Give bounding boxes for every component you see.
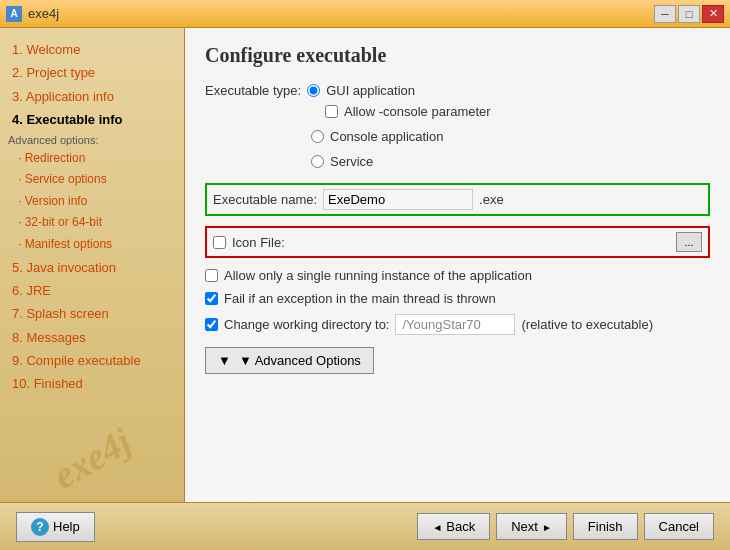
working-dir-input[interactable] — [395, 314, 515, 335]
advanced-options-label: Advanced options: — [8, 134, 176, 146]
sidebar-item-java-invocation[interactable]: 5. Java invocation — [8, 256, 176, 279]
back-arrow-icon — [432, 519, 442, 534]
close-button[interactable]: ✕ — [702, 5, 724, 23]
exe-type-row: Executable type: GUI application — [205, 83, 710, 98]
service-radio-row: Service — [205, 154, 710, 169]
advanced-options-label: ▼ Advanced Options — [239, 353, 361, 368]
content-area: Configure executable Executable type: GU… — [185, 28, 730, 502]
single-instance-checkbox[interactable] — [205, 269, 218, 282]
sidebar-sub-redirection[interactable]: · Redirection — [8, 148, 176, 170]
working-dir-label: Change working directory to: — [224, 317, 389, 332]
exe-name-input[interactable] — [323, 189, 473, 210]
sidebar-item-project-type[interactable]: 2. Project type — [8, 61, 176, 84]
minimize-button[interactable]: ─ — [654, 5, 676, 23]
next-button[interactable]: Next — [496, 513, 567, 540]
console-radio[interactable] — [311, 130, 324, 143]
fail-exception-row: Fail if an exception in the main thread … — [205, 291, 710, 306]
sidebar-item-jre[interactable]: 6. JRE — [8, 279, 176, 302]
finish-label: Finish — [588, 519, 623, 534]
help-button[interactable]: ? Help — [16, 512, 95, 542]
main-layout: 1. Welcome 2. Project type 3. Applicatio… — [0, 28, 730, 502]
app-icon: A — [6, 6, 22, 22]
next-arrow-icon — [542, 519, 552, 534]
exe-name-box: Executable name: .exe — [205, 183, 710, 216]
sidebar-item-compile-executable[interactable]: 9. Compile executable — [8, 349, 176, 372]
sidebar-item-application-info[interactable]: 3. Application info — [8, 85, 176, 108]
allow-console-checkbox[interactable] — [325, 105, 338, 118]
sidebar-item-messages[interactable]: 8. Messages — [8, 326, 176, 349]
maximize-button[interactable]: □ — [678, 5, 700, 23]
fail-exception-label: Fail if an exception in the main thread … — [224, 291, 496, 306]
single-instance-label: Allow only a single running instance of … — [224, 268, 532, 283]
bottom-right: Back Next Finish Cancel — [417, 513, 714, 540]
allow-console-label: Allow -console parameter — [344, 104, 491, 119]
finish-button[interactable]: Finish — [573, 513, 638, 540]
back-label: Back — [446, 519, 475, 534]
sidebar-sub-service-options[interactable]: · Service options — [8, 169, 176, 191]
back-button[interactable]: Back — [417, 513, 490, 540]
service-radio[interactable] — [311, 155, 324, 168]
help-label: Help — [53, 519, 80, 534]
sidebar-watermark: exe4j — [8, 397, 175, 502]
cancel-label: Cancel — [659, 519, 699, 534]
sidebar-item-finished[interactable]: 10. Finished — [8, 372, 176, 395]
console-radio-row: Console application — [205, 129, 710, 144]
window-controls: ─ □ ✕ — [654, 5, 724, 23]
sidebar-sub-manifest-options[interactable]: · Manifest options — [8, 234, 176, 256]
fail-exception-checkbox[interactable] — [205, 292, 218, 305]
bottom-left: ? Help — [16, 512, 95, 542]
sidebar-item-welcome[interactable]: 1. Welcome — [8, 38, 176, 61]
working-dir-checkbox[interactable] — [205, 318, 218, 331]
title-bar-left: A exe4j — [6, 6, 59, 22]
service-radio-label: Service — [330, 154, 373, 169]
relative-label: (relative to executable) — [521, 317, 653, 332]
icon-file-checkbox[interactable] — [213, 236, 226, 249]
sidebar: 1. Welcome 2. Project type 3. Applicatio… — [0, 28, 185, 502]
sidebar-sub-version-info[interactable]: · Version info — [8, 191, 176, 213]
cancel-button[interactable]: Cancel — [644, 513, 714, 540]
icon-file-label: Icon File: — [232, 235, 285, 250]
help-icon: ? — [31, 518, 49, 536]
icon-browse-button[interactable]: ... — [676, 232, 702, 252]
console-radio-label: Console application — [330, 129, 443, 144]
exe-extension: .exe — [479, 192, 504, 207]
window-title: exe4j — [28, 6, 59, 21]
working-dir-row: Change working directory to: (relative t… — [205, 314, 710, 335]
advanced-options-icon: ▼ — [218, 353, 231, 368]
exe-name-label: Executable name: — [213, 192, 317, 207]
sidebar-item-executable-info[interactable]: 4. Executable info — [8, 108, 176, 131]
gui-radio-label: GUI application — [326, 83, 415, 98]
title-bar: A exe4j ─ □ ✕ — [0, 0, 730, 28]
allow-console-row: Allow -console parameter — [205, 104, 710, 119]
bottom-bar: ? Help Back Next Finish Cancel — [0, 502, 730, 550]
sidebar-item-splash-screen[interactable]: 7. Splash screen — [8, 302, 176, 325]
icon-file-input[interactable] — [291, 235, 670, 250]
single-instance-row: Allow only a single running instance of … — [205, 268, 710, 283]
advanced-options-button[interactable]: ▼ ▼ Advanced Options — [205, 347, 374, 374]
gui-radio[interactable] — [307, 84, 320, 97]
exe-type-label: Executable type: — [205, 83, 301, 98]
next-label: Next — [511, 519, 538, 534]
sidebar-sub-32bit-64bit[interactable]: · 32-bit or 64-bit — [8, 212, 176, 234]
icon-file-box: Icon File: ... — [205, 226, 710, 258]
page-title: Configure executable — [205, 44, 710, 67]
